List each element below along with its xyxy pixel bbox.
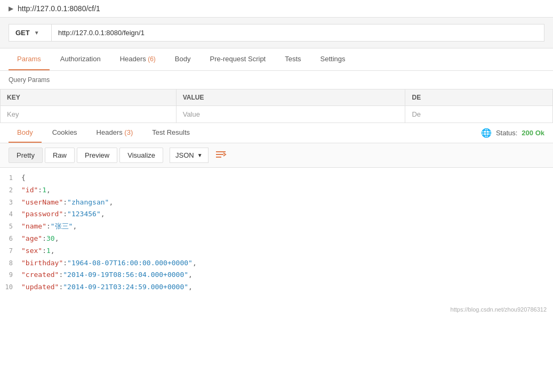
tab-body[interactable]: Body — [166, 48, 199, 70]
json-line-5: 5 "name": "张三", — [0, 220, 553, 233]
response-status: 🌐 Status: 200 Ok — [481, 128, 544, 138]
json-line-7: 7 "sex": 1, — [0, 245, 553, 257]
preview-button[interactable]: Preview — [77, 148, 117, 163]
query-params-header: Query Params — [0, 71, 553, 89]
pretty-button[interactable]: Pretty — [9, 148, 43, 163]
method-label: GET — [15, 29, 30, 37]
status-value: 200 Ok — [522, 129, 544, 137]
format-toolbar: Pretty Raw Preview Visualize JSON ▼ — [0, 143, 553, 168]
tab-authorization[interactable]: Authorization — [52, 48, 109, 70]
response-tab-body[interactable]: Body — [9, 123, 42, 143]
key-cell[interactable]: Key — [1, 106, 177, 123]
value-cell[interactable]: Value — [176, 106, 405, 123]
watermark: https://blog.csdn.net/zhou920786312 — [451, 306, 547, 313]
response-tab-cookies[interactable]: Cookies — [44, 123, 86, 143]
col-value: VALUE — [176, 89, 405, 106]
json-line-9: 9 "created": "2014-09-19T08:56:04.000+00… — [0, 269, 553, 281]
raw-button[interactable]: Raw — [45, 148, 75, 163]
status-label: Status: — [496, 129, 517, 137]
globe-icon: 🌐 — [481, 128, 492, 138]
json-line-8: 8 "birthday": "1964-08-07T16:00:00.000+0… — [0, 257, 553, 270]
json-line-1: 1 { — [0, 172, 553, 184]
response-tabs: Body Cookies Headers (3) Test Results 🌐 … — [0, 123, 553, 143]
request-bar: GET ▼ — [0, 18, 553, 48]
response-tab-headers[interactable]: Headers (3) — [88, 123, 142, 143]
col-desc: DE — [405, 89, 553, 106]
top-url-bar: ▶ http://127.0.0.1:8080/cf/1 — [0, 0, 553, 18]
json-line-10: 10 "updated": "2014-09-21T03:24:59.000+0… — [0, 281, 553, 293]
tab-headers[interactable]: Headers (6) — [111, 48, 164, 70]
format-select[interactable]: JSON ▼ — [170, 148, 209, 163]
query-params-table: KEY VALUE DE Key Value De — [0, 89, 553, 123]
desc-cell[interactable]: De — [405, 106, 553, 123]
wrap-icon[interactable] — [215, 150, 227, 161]
expand-arrow-icon[interactable]: ▶ — [9, 5, 13, 12]
json-line-4: 4 "password": "123456", — [0, 208, 553, 220]
json-body: 1 { 2 "id": 1, 3 "userName": "zhangsan",… — [0, 168, 553, 317]
chevron-down-icon: ▼ — [34, 30, 39, 36]
method-select[interactable]: GET ▼ — [9, 24, 51, 42]
tab-tests[interactable]: Tests — [276, 48, 309, 70]
tab-params[interactable]: Params — [9, 48, 50, 70]
format-label: JSON — [175, 151, 194, 159]
url-input[interactable] — [51, 24, 544, 42]
tab-prerequest[interactable]: Pre-request Script — [201, 48, 274, 70]
request-tabs: Params Authorization Headers (6) Body Pr… — [0, 48, 553, 71]
response-tab-test-results[interactable]: Test Results — [143, 123, 198, 143]
format-chevron-icon: ▼ — [197, 152, 203, 158]
json-line-3: 3 "userName": "zhangsan", — [0, 197, 553, 209]
top-url-text: http://127.0.0.1:8080/cf/1 — [18, 4, 100, 13]
json-line-2: 2 "id": 1, — [0, 184, 553, 197]
visualize-button[interactable]: Visualize — [119, 148, 163, 163]
col-key: KEY — [1, 89, 177, 106]
json-line-6: 6 "age": 30, — [0, 233, 553, 245]
table-row: Key Value De — [1, 106, 553, 123]
tab-settings[interactable]: Settings — [312, 48, 354, 70]
